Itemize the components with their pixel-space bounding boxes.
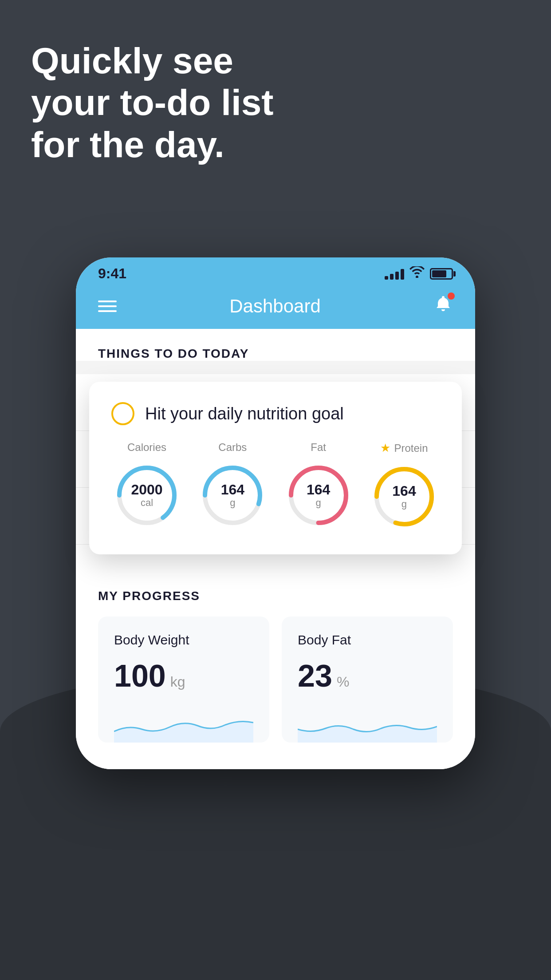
nutrition-card: Hit your daily nutrition goal Calories 2… bbox=[89, 382, 462, 554]
progress-section: MY PROGRESS Body Weight 100 kg bbox=[76, 571, 475, 769]
circle-progress: 164 g bbox=[369, 461, 440, 532]
nutrition-label: Carbs bbox=[218, 441, 247, 454]
body-fat-unit: % bbox=[337, 674, 349, 690]
nutrition-label: Fat bbox=[311, 441, 326, 454]
circle-value: 164 bbox=[392, 483, 416, 499]
circle-progress: 164 g bbox=[197, 460, 268, 531]
circle-unit: g bbox=[307, 498, 330, 509]
progress-cards: Body Weight 100 kg Body Fat bbox=[98, 616, 453, 743]
progress-section-title: MY PROGRESS bbox=[98, 589, 453, 603]
circle-progress: 164 g bbox=[283, 460, 354, 531]
status-bar: 9:41 bbox=[76, 257, 475, 286]
nav-bar: Dashboard bbox=[76, 286, 475, 329]
hero-line3: for the day. bbox=[31, 124, 274, 166]
circle-unit: cal bbox=[131, 498, 162, 509]
body-fat-card[interactable]: Body Fat 23 % bbox=[282, 616, 453, 743]
hero-line2: your to-do list bbox=[31, 82, 274, 123]
nutrition-label: Calories bbox=[127, 441, 166, 454]
nutrition-label: ★Protein bbox=[380, 441, 428, 455]
notification-dot bbox=[448, 292, 455, 300]
notification-bell-button[interactable] bbox=[433, 294, 453, 318]
circle-value: 164 bbox=[307, 482, 330, 498]
things-section-title: THINGS TO DO TODAY bbox=[98, 347, 453, 361]
hamburger-menu[interactable] bbox=[98, 300, 117, 312]
circle-unit: g bbox=[392, 499, 416, 510]
battery-icon bbox=[430, 268, 453, 280]
nutrition-grid: Calories 2000 cal Carbs 164 g Fat bbox=[111, 441, 440, 532]
nutrition-item: ★Protein 164 g bbox=[369, 441, 440, 532]
body-weight-value: 100 bbox=[114, 658, 166, 694]
hero-line1: Quickly see bbox=[31, 40, 274, 82]
body-weight-unit: kg bbox=[170, 674, 185, 690]
body-weight-title: Body Weight bbox=[114, 632, 253, 648]
body-fat-chart bbox=[298, 707, 437, 743]
circle-progress: 2000 cal bbox=[111, 460, 182, 531]
phone-mockup: 9:41 bbox=[76, 257, 475, 769]
todo-circle-nutrition bbox=[111, 402, 134, 425]
body-fat-value: 23 bbox=[298, 658, 332, 694]
nav-title: Dashboard bbox=[229, 296, 320, 317]
wifi-icon bbox=[409, 266, 425, 281]
nutrition-card-title: Hit your daily nutrition goal bbox=[145, 404, 344, 423]
nutrition-item: Carbs 164 g bbox=[197, 441, 268, 532]
nutrition-item: Fat 164 g bbox=[283, 441, 354, 532]
circle-unit: g bbox=[221, 498, 244, 509]
nutrition-item: Calories 2000 cal bbox=[111, 441, 182, 532]
body-weight-card[interactable]: Body Weight 100 kg bbox=[98, 616, 269, 743]
status-icons bbox=[385, 266, 453, 281]
status-time: 9:41 bbox=[98, 265, 126, 282]
app-content: THINGS TO DO TODAY bbox=[76, 329, 475, 361]
circle-value: 164 bbox=[221, 482, 244, 498]
body-fat-title: Body Fat bbox=[298, 632, 437, 648]
star-icon: ★ bbox=[380, 441, 390, 455]
bell-icon bbox=[433, 297, 453, 318]
circle-value: 2000 bbox=[131, 482, 162, 498]
hero-text: Quickly see your to-do list for the day. bbox=[31, 40, 274, 166]
body-weight-chart bbox=[114, 707, 253, 743]
signal-icon bbox=[385, 268, 404, 280]
